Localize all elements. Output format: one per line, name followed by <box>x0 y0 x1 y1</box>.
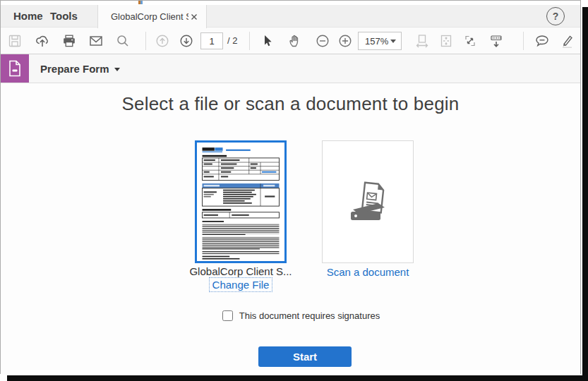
prepare-form-dropdown[interactable]: Prepare Form <box>40 54 120 83</box>
scan-document-card[interactable] <box>322 140 414 263</box>
print-icon[interactable] <box>61 33 77 49</box>
toolbar-separator <box>145 32 146 50</box>
tab-document[interactable]: GlobalCorp Client S... <box>97 5 207 28</box>
share-upload-icon[interactable] <box>35 33 50 49</box>
change-file-link[interactable]: Change File <box>210 278 272 291</box>
zoom-out-icon[interactable] <box>315 33 330 49</box>
chevron-down-icon <box>390 40 396 43</box>
zoom-level-dropdown[interactable]: 157% <box>358 32 402 50</box>
top-edge-artifact <box>138 1 143 4</box>
prepare-form-label: Prepare Form <box>40 63 109 75</box>
acrobat-window: Home Tools GlobalCorp Client S... ? <box>0 0 581 374</box>
toolbar-separator <box>523 32 524 50</box>
comment-icon[interactable] <box>534 33 550 49</box>
page-total-label: / 2 <box>227 28 237 54</box>
fit-page-icon[interactable] <box>438 33 454 49</box>
fullscreen-icon[interactable] <box>462 33 478 49</box>
start-button[interactable]: Start <box>258 346 352 367</box>
select-tool-icon[interactable] <box>259 33 275 49</box>
requires-signatures-label: This document requires signatures <box>239 310 380 321</box>
search-icon[interactable] <box>115 33 131 49</box>
scanner-icon <box>347 180 388 224</box>
zoom-in-icon[interactable] <box>337 33 353 49</box>
prepare-form-bar: Prepare Form <box>1 54 580 83</box>
scan-document-link[interactable]: Scan a document <box>327 266 409 278</box>
zoom-level-value: 157% <box>365 36 388 47</box>
page-title: Select a file or scan a document to begi… <box>1 93 580 115</box>
page-number-input[interactable] <box>200 32 223 49</box>
signatures-checkbox-row: This document requires signatures <box>1 310 580 321</box>
window-drop-shadow <box>582 7 588 381</box>
close-icon[interactable] <box>191 13 198 20</box>
next-page-icon[interactable] <box>179 33 194 49</box>
save-icon[interactable] <box>7 33 23 49</box>
fit-width-icon[interactable] <box>414 33 430 49</box>
screenshot-stage: Home Tools GlobalCorp Client S... ? <box>0 0 588 381</box>
window-drop-shadow <box>7 375 588 381</box>
tab-bar: Home Tools GlobalCorp Client S... ? <box>1 5 580 28</box>
toolbar: / 2 157% <box>1 28 580 54</box>
selected-file-name: GlobalCorp Client S... <box>177 265 304 277</box>
selected-file-card[interactable] <box>195 140 287 263</box>
tab-tools[interactable]: Tools <box>50 5 78 28</box>
chevron-down-icon <box>114 68 120 71</box>
hand-tool-icon[interactable] <box>287 33 302 49</box>
previous-page-icon[interactable] <box>155 33 170 49</box>
email-icon[interactable] <box>88 33 104 49</box>
highlighter-icon[interactable] <box>560 33 575 49</box>
requires-signatures-checkbox[interactable] <box>222 310 233 321</box>
tab-home[interactable]: Home <box>13 5 43 28</box>
read-mode-icon[interactable] <box>488 33 504 49</box>
tab-document-label: GlobalCorp Client S... <box>111 11 188 22</box>
help-icon[interactable]: ? <box>546 7 565 25</box>
toolbar-separator <box>249 32 250 50</box>
document-thumbnail-preview <box>197 143 284 261</box>
form-page-icon <box>1 54 29 83</box>
prepare-form-content: Select a file or scan a document to begi… <box>1 83 580 375</box>
